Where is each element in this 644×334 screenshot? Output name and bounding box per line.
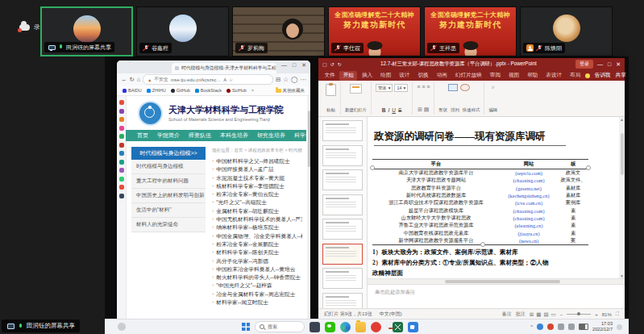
extension-icon[interactable] [119, 160, 124, 165]
tab-insert[interactable]: 插入 [358, 71, 376, 81]
bookmarks-overflow-icon[interactable]: > [251, 88, 254, 93]
rectangle-shape-icon[interactable] [448, 84, 458, 91]
tab-help[interactable]: 帮助 [524, 71, 542, 81]
participant-tile-sharer[interactable]: 田润钰的屏幕共享 [40, 6, 133, 56]
extension-icon[interactable] [119, 185, 124, 190]
sidebar-title[interactable]: 时代楷模与身边楷模>> [131, 147, 206, 160]
font-size-select[interactable]: 14▾ [394, 84, 408, 92]
bold-button[interactable]: B [382, 107, 386, 113]
tray-chevron-icon[interactable]: ^ [530, 324, 533, 329]
address-bar[interactable]: ▲ 不安全 mse.tju.edu.cn/kcszsc… A ☆ [143, 74, 273, 85]
bookmark-item[interactable]: BAIDU [123, 88, 142, 93]
sidebar-item[interactable]: 中国历史上的材料发明与创新 [131, 189, 206, 203]
back-icon[interactable]: ← [121, 76, 127, 83]
article-link[interactable]: 粉末冶金专家--黄伯云院士 [212, 190, 302, 198]
zoom-slider[interactable] [567, 314, 591, 315]
website-link[interactable]: (gzsenta.net) [500, 186, 558, 191]
new-slide-label[interactable]: 新建幻灯片 [345, 107, 367, 113]
article-link[interactable]: 中国材料科学之父--师昌绪院士 [212, 157, 302, 165]
home-icon[interactable]: ⌂ [137, 76, 141, 83]
article-link[interactable]: 材料科学专家--陈创天院士 [212, 248, 302, 257]
language-indicator[interactable]: 中文(中国) [380, 311, 402, 318]
sidebar-item[interactable]: 生活中的"材料" [131, 203, 206, 218]
profile-icon[interactable]: ◯ [291, 76, 297, 83]
red-app-icon[interactable] [371, 322, 381, 332]
slide-thumbnail[interactable] [322, 120, 363, 141]
zoom-in-icon[interactable]: + [595, 312, 598, 317]
article-link[interactable]: "中国光纤之父"--赵梓森 [212, 282, 302, 290]
font-name-select[interactable]: 宋体▾ [376, 84, 393, 92]
login-button[interactable]: 登录 [575, 60, 593, 69]
reading-view-icon[interactable]: ▤ [543, 311, 548, 318]
slide-thumbnail[interactable] [322, 293, 363, 309]
split-screen-icon[interactable]: ⊟ [276, 76, 280, 83]
zoom-percent[interactable]: 81% [602, 312, 612, 317]
browser-scrollbar[interactable] [307, 96, 310, 321]
sidebar-item[interactable]: 时代楷模与身边楷模 [131, 160, 206, 174]
tellme-label[interactable]: 告诉我 [595, 72, 611, 79]
volume-icon[interactable] [568, 324, 575, 330]
minimize-button[interactable]: — [281, 62, 287, 69]
file-explorer-icon[interactable] [355, 322, 366, 332]
undo-icon[interactable]: ↺ [330, 61, 334, 67]
selection-handle[interactable] [586, 165, 591, 170]
tab-design[interactable]: 设计 [396, 71, 413, 81]
article-link[interactable]: "光纤之父"--高锟院士 [212, 198, 302, 207]
paste-icon[interactable] [326, 84, 336, 96]
browser-window[interactable]: 时代楷模与身边楷模-天津大学材料科学与工程学院 — □ ✕ ← ↻ ⌂ ▲ 不安… [117, 61, 310, 320]
article-link[interactable]: 核材料科学专家--李恒德院士 [212, 182, 302, 190]
powerpoint-window[interactable]: ▢ ↺ ↻ 12.7-材三党支部-课程思政教学资源库（平台调研）.pptx - … [318, 58, 625, 319]
start-button-icon[interactable] [242, 323, 250, 331]
website-link[interactable]: (chaoxing.com) [500, 208, 558, 214]
extension-icon[interactable] [119, 117, 124, 122]
text-zoom-icon[interactable]: A [223, 77, 226, 82]
maximize-button[interactable]: □ [608, 61, 611, 68]
nav-item-faculty[interactable]: 师资队伍 [189, 132, 211, 140]
slide-table[interactable]: 平台 网站 板 南京大学课程思政教学资源库平台(septcla.com)政策文 … [372, 159, 588, 245]
website-link[interactable]: (chaoxing.com) [500, 215, 558, 221]
notes-pane[interactable]: 单击此处添加备注 [368, 284, 625, 308]
extension-icon[interactable] [119, 177, 124, 182]
maximize-button[interactable]: □ [293, 62, 296, 69]
mic-live-icon[interactable] [547, 324, 554, 330]
article-link[interactable]: 金属材料专家--胡壮麒院士 [212, 207, 302, 215]
more-menu-icon[interactable]: ⋯ [301, 76, 307, 83]
slide-vertical-scrollbar[interactable]: ▲ ▼ [619, 117, 625, 278]
nav-item-research[interactable]: 科学研究 [294, 132, 306, 140]
arrange-label[interactable]: 排列 [451, 107, 459, 113]
fit-window-icon[interactable]: ⛶ [616, 311, 619, 317]
favorites-icon[interactable]: ☆ [283, 76, 289, 83]
website-link[interactable]: (icve.com.cn) [500, 200, 558, 206]
battery-icon[interactable] [579, 324, 588, 330]
favorite-star-icon[interactable]: ☆ [229, 77, 233, 82]
nav-item-graduate[interactable]: 研究生培养 [257, 132, 285, 140]
normal-view-icon[interactable]: ⊞ [530, 311, 534, 318]
nav-item-home[interactable]: 首页 [137, 132, 148, 140]
slide-thumbnail[interactable] [322, 145, 363, 166]
bookmark-item[interactable]: GitHub [171, 88, 190, 93]
tab-slideshow[interactable]: 幻灯片放映 [451, 71, 485, 81]
website-link[interactable]: (septcla.com) [500, 170, 558, 176]
article-link[interactable]: 耐火材料学科的带头人--钟香崇院士 [212, 273, 302, 282]
quick-styles-label[interactable]: 快速样式 [463, 107, 480, 113]
website-link[interactable]: (ulearning.cn) [500, 223, 558, 228]
article-link[interactable]: 冶金与金属材料专家--周志宏院士 [212, 290, 302, 299]
extension-icon[interactable] [119, 126, 124, 131]
slide-thumbnail[interactable] [322, 219, 363, 240]
website-link[interactable]: (jiaoyu.cn) [500, 231, 558, 236]
tab-draw[interactable]: 绘图 [377, 71, 395, 81]
close-button[interactable]: ✕ [301, 62, 306, 69]
align-icons[interactable]: ≡ ≡ ≡ [417, 84, 430, 90]
tab-review[interactable]: 审阅 [486, 71, 504, 81]
slide-thumbnail-selected[interactable] [322, 244, 363, 265]
bookmark-item[interactable]: SciHub [226, 88, 247, 93]
selection-handle[interactable] [480, 242, 485, 247]
extension-icon[interactable] [119, 194, 124, 198]
bookmark-item[interactable]: ZHIHU [147, 88, 166, 93]
selection-handle[interactable] [370, 165, 375, 170]
website-link[interactable]: (kechengsizheng.cn) [500, 193, 558, 198]
tab-table-design[interactable]: 表设计 [542, 71, 566, 81]
comments-toggle[interactable]: 批注 [516, 311, 526, 318]
nav-item-undergrad[interactable]: 本科生培养 [220, 132, 248, 140]
extension-icon[interactable] [119, 143, 124, 148]
